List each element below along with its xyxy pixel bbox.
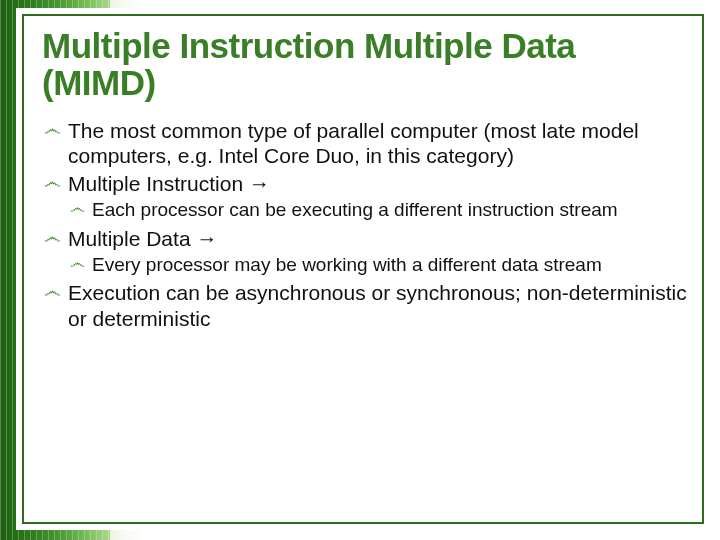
list-item-text: Each processor can be executing a differ…	[92, 199, 618, 220]
list-item: ෴ Every processor may be working with a …	[68, 253, 688, 276]
list-item-text: Execution can be asynchronous or synchro…	[68, 281, 687, 330]
sub-list: ෴ Each processor can be executing a diff…	[68, 198, 688, 221]
slide-frame: Multiple Instruction Multiple Data (MIMD…	[22, 14, 704, 524]
list-item: ෴ Each processor can be executing a diff…	[68, 198, 688, 221]
list-item-text: Multiple Data →	[68, 227, 217, 250]
list-item: ෴ Multiple Instruction →	[42, 171, 688, 197]
bullet-icon: ෴	[70, 200, 85, 216]
list-item: ෴ The most common type of parallel compu…	[42, 118, 688, 169]
bullet-icon: ෴	[44, 282, 61, 300]
bullet-icon: ෴	[44, 228, 61, 246]
list-item: ෴ Execution can be asynchronous or synch…	[42, 280, 688, 331]
bullet-icon: ෴	[70, 255, 85, 271]
list-item-text: Multiple Instruction →	[68, 172, 270, 195]
bullet-list: ෴ The most common type of parallel compu…	[42, 118, 688, 332]
list-item-text: Every processor may be working with a di…	[92, 254, 602, 275]
slide-title: Multiple Instruction Multiple Data (MIMD…	[42, 28, 688, 102]
bullet-icon: ෴	[44, 173, 61, 191]
bullet-icon: ෴	[44, 120, 61, 138]
list-item-text: The most common type of parallel compute…	[68, 119, 639, 168]
list-item: ෴ Multiple Data →	[42, 226, 688, 252]
sub-list: ෴ Every processor may be working with a …	[68, 253, 688, 276]
